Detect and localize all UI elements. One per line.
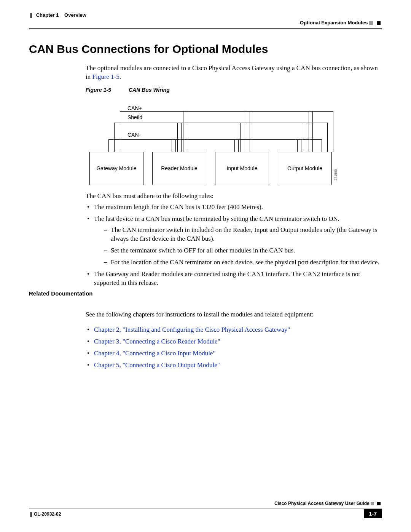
footer-docnum: OL-20932-02 [30, 511, 61, 517]
chapter-number: Chapter 1 [36, 12, 59, 18]
shield-label: Sheild [127, 114, 142, 120]
figure-number: Figure 1-5 [86, 87, 111, 93]
rule-item: The last device in a CAN bus must be ter… [86, 215, 381, 267]
related-link[interactable]: Chapter 3, "Connecting a Cisco Reader Mo… [94, 338, 220, 345]
wire [250, 111, 250, 152]
wire [307, 123, 307, 152]
related-link-item: Chapter 3, "Connecting a Cisco Reader Mo… [86, 337, 381, 346]
can-plus-label: CAN+ [127, 105, 142, 111]
header-chapter: Chapter 1 Overview [30, 12, 86, 18]
rule-subitem: Set the terminator switch to OFF for all… [104, 246, 381, 255]
input-module-box: Input Module [215, 152, 269, 185]
intro-text: The optional modules are connected to a … [86, 64, 378, 80]
wire [172, 139, 172, 152]
wire [301, 139, 301, 152]
footer-guide: Cisco Physical Access Gateway User Guide [274, 501, 381, 506]
wire [246, 111, 246, 152]
can-minus-label: CAN- [127, 132, 140, 138]
wire-canplus [120, 111, 333, 112]
wire [238, 139, 239, 152]
related-link-item: Chapter 4, "Connecting a Cisco Input Mod… [86, 349, 381, 358]
header-section-text: Optional Expansion Modules [300, 20, 368, 26]
wire [120, 111, 120, 152]
wire [240, 123, 241, 152]
chapter-title: Overview [64, 12, 86, 18]
diagram-id: 271589 [334, 169, 338, 181]
wire [322, 139, 322, 152]
wire [108, 139, 109, 152]
wire [183, 111, 183, 152]
wire [303, 123, 303, 152]
rules-section: The CAN bus must adhere to the following… [86, 192, 381, 290]
related-link[interactable]: Chapter 2, "Installing and Configuring t… [94, 326, 290, 333]
related-link[interactable]: Chapter 5, "Connecting a Cisco Output Mo… [94, 361, 220, 369]
related-link-item: Chapter 2, "Installing and Configuring t… [86, 326, 381, 334]
related-intro: See the following chapters for instructi… [86, 310, 381, 319]
intro-paragraph: The optional modules are connected to a … [86, 64, 381, 81]
rule-text: The last device in a CAN bus must be ter… [94, 215, 339, 222]
related-link[interactable]: Chapter 4, "Connecting a Cisco Input Mod… [94, 350, 215, 357]
output-module-box: Output Module [278, 152, 332, 185]
wire [177, 123, 178, 152]
page-number: 1-7 [364, 509, 382, 518]
wire [309, 111, 309, 152]
header-rule [29, 28, 382, 29]
rule-item: The Gateway and Reader modules are conne… [86, 270, 381, 288]
figure-caption: Figure 1-5CAN Bus Wiring [86, 87, 170, 93]
wire [234, 139, 235, 152]
related-heading: Related Documentation [29, 290, 93, 297]
wire [297, 139, 298, 152]
figure-ref-link[interactable]: Figure 1-5 [92, 73, 119, 80]
can-bus-diagram: CAN+ Sheild CAN- Gateway Module Reader M… [86, 101, 333, 188]
rule-item: The maximum length for the CAN bus is 13… [86, 203, 381, 212]
wire [181, 123, 182, 152]
rule-subitem: The CAN terminator switch in included on… [104, 226, 381, 243]
reader-module-box: Reader Module [152, 152, 206, 185]
wire-canminus [108, 139, 322, 140]
wire [333, 111, 333, 152]
wire [312, 111, 313, 152]
gateway-module-box: Gateway Module [89, 152, 143, 185]
wire [327, 123, 328, 152]
decorative-square-icon [371, 502, 374, 505]
page-title: CAN Bus Connections for Optional Modules [29, 43, 268, 56]
rules-intro: The CAN bus must adhere to the following… [86, 192, 381, 201]
header-section: Optional Expansion Modules [300, 20, 381, 26]
footer-rule [29, 508, 382, 508]
wire [187, 111, 187, 152]
related-section: See the following chapters for instructi… [86, 304, 381, 373]
related-link-item: Chapter 5, "Connecting a Cisco Output Mo… [86, 361, 381, 370]
rule-subitem: For the location of the CAN terminator o… [104, 258, 381, 267]
wire-shield [114, 123, 327, 123]
intro-text-end: . [119, 73, 121, 80]
wire [244, 123, 244, 152]
footer-guide-text: Cisco Physical Access Gateway User Guide [274, 501, 370, 506]
figure-title: CAN Bus Wiring [129, 87, 170, 93]
decorative-square-icon [369, 21, 373, 25]
wire [114, 123, 115, 152]
wire [175, 139, 176, 152]
